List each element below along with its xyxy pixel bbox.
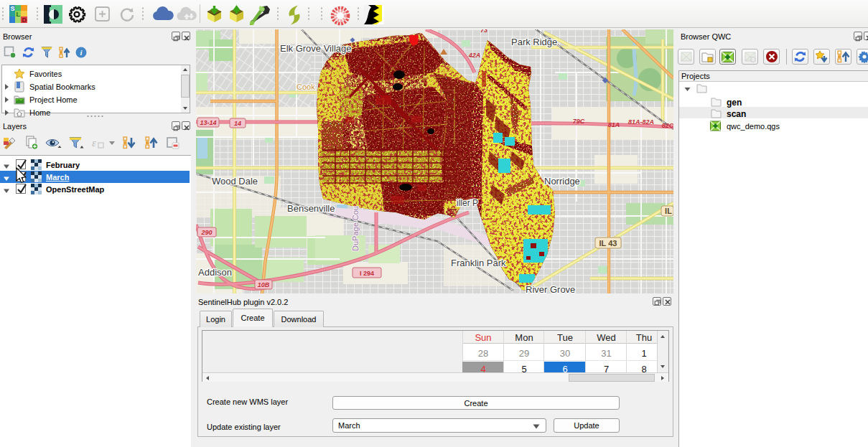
svg-text:Elk Grove Village: Elk Grove Village [280, 43, 351, 54]
svg-text:81A-82A: 81A-82A [628, 118, 654, 126]
svg-text:IL 43: IL 43 [599, 239, 617, 248]
svg-text:Franklin Park: Franklin Park [451, 258, 506, 268]
svg-text:10B: 10B [258, 281, 270, 288]
svg-text:Bensenville: Bensenville [287, 203, 335, 214]
svg-text:River Grove: River Grove [526, 284, 575, 293]
svg-text:79C: 79C [573, 118, 585, 125]
svg-text:IL: IL [665, 207, 672, 215]
svg-text:iller P: iller P [457, 198, 478, 208]
svg-text:Addison: Addison [198, 267, 232, 278]
svg-text:I 294: I 294 [360, 270, 374, 277]
svg-text:L: L [17, 11, 21, 18]
svg-text:DuPage Cou: DuPage Cou [351, 206, 360, 251]
svg-text:81A: 81A [608, 121, 620, 128]
svg-text:Norridge: Norridge [544, 176, 580, 187]
svg-text:Wood Dale: Wood Dale [212, 176, 258, 187]
svg-text:42A: 42A [468, 52, 481, 59]
svg-text:14: 14 [234, 120, 241, 127]
svg-text:D: D [22, 17, 27, 23]
svg-text:290: 290 [200, 229, 212, 236]
svg-text:13-14: 13-14 [200, 119, 216, 126]
svg-text:82C: 82C [662, 122, 673, 129]
svg-text:Park Ridge: Park Ridge [511, 37, 557, 47]
svg-text:Cook: Cook [297, 83, 315, 91]
svg-text:73: 73 [480, 29, 487, 34]
svg-text:S: S [11, 5, 15, 12]
svg-text:ε: ε [92, 137, 96, 149]
